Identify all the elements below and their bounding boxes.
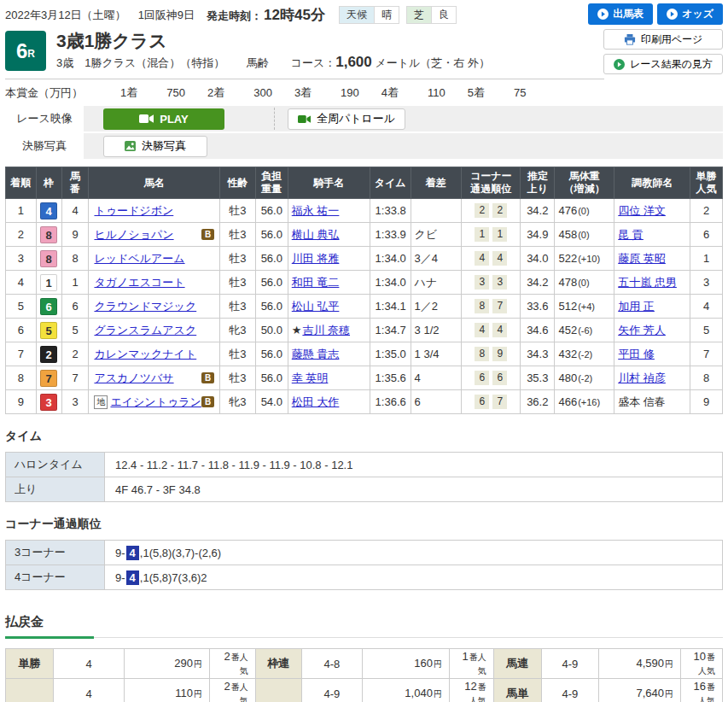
finish-time: 1:36.6 (370, 390, 411, 414)
load-weight: 56.0 (255, 295, 288, 319)
payout-underline (5, 637, 723, 638)
margin: ハナ (411, 271, 462, 295)
trainer-link[interactable]: 平田 修 (618, 348, 655, 360)
corner3-position: 4 (475, 323, 489, 337)
bet-type-exacta: 馬単 (493, 679, 541, 702)
patrol-video-button[interactable]: 全周パトロール (288, 108, 405, 130)
body-weight-diff: (+4) (578, 301, 595, 312)
race-title: 3歳1勝クラス (56, 31, 490, 50)
trainer-link[interactable]: 四位 洋文 (618, 204, 666, 217)
col-trainer: 調教師名 (614, 167, 690, 199)
finish-position: 2 (6, 223, 37, 247)
margin: 1／2 (411, 295, 462, 319)
bet-type-win: 単勝 (6, 649, 54, 679)
trainer-link[interactable]: 加用 正 (618, 300, 655, 313)
corner3-position: 2 (475, 203, 489, 218)
race-video-strip: レース映像 PLAY 全周パトロール (5, 106, 723, 132)
trainer-link[interactable]: 川村 禎彦 (618, 371, 666, 384)
race-number-badge: 6R (5, 31, 46, 71)
jockey-link[interactable]: 福永 祐一 (292, 204, 340, 217)
corner4-order: 9-4,1(5,8)7(3,6)2 (105, 565, 723, 590)
horse-name-link[interactable]: レッドベルアーム (94, 251, 184, 266)
sex-age: 牡3 (220, 271, 256, 295)
jockey-link[interactable]: 松田 大作 (292, 395, 340, 408)
odds-button[interactable]: オッズ (657, 3, 723, 25)
horse-name-link[interactable]: クラウンドマジック (94, 299, 196, 314)
col-margin: 着差 (411, 167, 462, 199)
frame-badge: 7 (40, 370, 57, 387)
trainer-link[interactable]: 矢作 芳人 (618, 324, 666, 336)
last3f-time: 36.2 (521, 390, 555, 414)
print-page-button[interactable]: 印刷用ページ (603, 29, 723, 50)
jockey-link[interactable]: 横山 典弘 (292, 228, 340, 241)
horse-name-link[interactable]: グランスラムアスク (94, 323, 196, 338)
jockey-link[interactable]: 川田 将雅 (292, 252, 340, 265)
corner3-position: 6 (475, 371, 489, 385)
frame-badge: 5 (40, 322, 57, 339)
win-favorite-rank: 9 (690, 390, 723, 414)
blinker-badge: B (201, 396, 214, 407)
sex-age: 牝3 (220, 390, 256, 414)
horse-name-link[interactable]: カレンマックナイト (94, 347, 196, 362)
finish-time: 1:34.7 (370, 319, 411, 342)
finish-photo-button[interactable]: 決勝写真 (103, 136, 207, 157)
weather-badge: 天候 晴 (339, 6, 399, 24)
frame-badge: 8 (40, 250, 57, 267)
printer-icon (624, 34, 636, 45)
jockey-link[interactable]: 吉川 奈穂 (302, 324, 350, 336)
last3f-time: 34.2 (521, 271, 555, 295)
arrow-circle-icon (614, 59, 625, 70)
col-corner-order: コーナー 通過順位 (462, 167, 521, 199)
corner4-position: 6 (492, 371, 507, 385)
corner3-position: 6 (475, 395, 489, 409)
trainer-link[interactable]: 昆 貢 (618, 228, 644, 241)
finish-position: 9 (6, 390, 37, 414)
load-weight: 54.0 (255, 390, 288, 414)
margin: 4 (411, 366, 462, 390)
body-weight: 522 (558, 252, 577, 265)
trainer-link: 盛本 信春 (618, 395, 666, 408)
jockey-link[interactable]: 藤懸 貴志 (292, 348, 340, 360)
margin: 3／4 (411, 247, 462, 271)
trainer-link[interactable]: 五十嵐 忠男 (618, 276, 677, 289)
horse-name-link[interactable]: トゥードジボン (94, 203, 173, 219)
jockey-link[interactable]: 和田 竜二 (292, 276, 340, 289)
body-weight-diff: (0) (578, 278, 589, 288)
load-weight: 50.0 (255, 319, 288, 342)
race-video-label: レース映像 (5, 106, 84, 132)
finish-position: 7 (6, 342, 37, 366)
corner3-label: 3コーナー (6, 541, 105, 565)
howto-read-results-button[interactable]: レース結果の見方 (603, 54, 723, 74)
finish-time: 1:34.0 (370, 247, 411, 271)
win-favorite-rank: 6 (690, 223, 723, 247)
horse-number: 1 (61, 271, 89, 295)
last3f-time: 35.3 (521, 366, 555, 390)
finish-time: 1:34.1 (370, 295, 411, 319)
turf-label: 芝 (407, 7, 431, 23)
jockey-link[interactable]: 松山 弘平 (292, 300, 340, 313)
results-table: 着順 枠 馬 番 馬名 性齢 負担 重量 騎手名 タイム 着差 コーナー 通過順… (5, 167, 723, 414)
corner-table: 3コーナー 9-4,1(5,8)(3,7)-(2,6) 4コーナー 9-4,1(… (5, 540, 723, 590)
table-row: 4 1 1 タガノエスコート 牡3 56.0 和田 竜二 1:34.0 ハナ 3… (6, 271, 723, 295)
body-weight-diff: (-2) (578, 349, 592, 360)
racecard-button[interactable]: 出馬表 (588, 3, 653, 25)
horse-name-link[interactable]: アスカノツバサ (94, 371, 173, 386)
horse-name-link[interactable]: エイシントゥラン (110, 395, 201, 410)
load-weight: 56.0 (255, 366, 288, 390)
horse-name-link[interactable]: タガノエスコート (94, 275, 184, 290)
last3f-time: 34.3 (521, 342, 555, 366)
win-favorite-rank: 4 (690, 295, 723, 319)
corner4-position: 4 (492, 323, 507, 337)
turf-value: 良 (431, 7, 456, 23)
sex-age: 牡3 (220, 342, 256, 366)
start-time-label: 発走時刻： (207, 9, 262, 24)
last-furlongs-label: 上り (6, 477, 105, 502)
body-weight: 480 (558, 371, 577, 384)
jockey-link[interactable]: 幸 英明 (292, 371, 329, 384)
play-button[interactable]: PLAY (103, 108, 224, 130)
win-favorite-rank: 5 (690, 319, 723, 342)
trainer-link[interactable]: 藤原 英昭 (618, 252, 666, 265)
last-furlongs-value: 4F 46.7 - 3F 34.8 (105, 477, 723, 502)
finish-photo-strip: 決勝写真 決勝写真 (5, 133, 723, 159)
horse-name-link[interactable]: ヒルノショパン (94, 227, 173, 243)
